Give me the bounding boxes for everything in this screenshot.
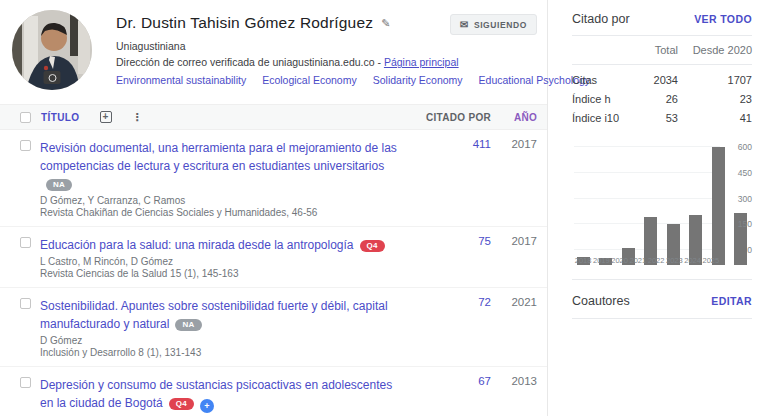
cited-by-header: Citado por VER TODO	[572, 12, 752, 36]
plus-badge[interactable]: +	[200, 399, 214, 413]
row-checkbox[interactable]	[20, 140, 31, 151]
avatar[interactable]	[12, 10, 92, 90]
article-title-link[interactable]: Educación para la salud: una mirada desd…	[40, 238, 354, 252]
article-row: Educación para la salud: una mirada desd…	[0, 227, 547, 288]
edit-name-icon[interactable]	[381, 17, 390, 30]
stat-row: Índice i105341	[572, 108, 752, 127]
bar-cell	[640, 143, 663, 265]
article-year: 2013	[491, 375, 547, 416]
row-checkbox[interactable]	[20, 237, 31, 248]
stat-since-value: 23	[678, 93, 752, 105]
interest-link[interactable]: Ecological Economy	[262, 74, 357, 86]
cited-by-count-link[interactable]: 411	[473, 138, 491, 150]
cited-by-count-cell: 67	[421, 375, 491, 416]
x-axis-tick-label: 2018	[574, 256, 592, 265]
cited-by-title: Citado por	[572, 12, 630, 26]
interest-link[interactable]: Solidarity Economy	[373, 74, 463, 86]
bar-cell	[617, 143, 640, 265]
cited-by-count-link[interactable]: 75	[478, 235, 491, 247]
x-axis-tick-label: 2024	[684, 256, 702, 265]
verified-email-line: Dirección de correo verificada de uniagu…	[116, 56, 539, 68]
article-info: Educación para la salud: una mirada desd…	[40, 235, 421, 280]
x-axis-tick-label: 2023	[665, 256, 683, 265]
affiliation: Uniagustiniana	[116, 40, 539, 52]
x-axis-tick-label: 2020	[611, 256, 629, 265]
article-title-line: Sostenibilidad. Apuntes sobre sostenibil…	[40, 296, 407, 332]
article-title-line: Depresión y consumo de sustancias psicoa…	[40, 375, 407, 413]
article-title-link[interactable]: Sostenibilidad. Apuntes sobre sostenibil…	[40, 299, 388, 331]
coauthors-edit-link[interactable]: EDITAR	[711, 295, 752, 307]
article-year: 2017	[491, 138, 547, 219]
article-year: 2021	[491, 296, 547, 359]
citations-chart: 0150300450600 20182019202020212022202320…	[572, 143, 752, 265]
camera-icon[interactable]	[44, 71, 61, 84]
articles-table: TÍTULO CITADO POR AÑO Revisión documenta…	[0, 104, 547, 416]
scholar-profile-page: Dr. Dustin Tahisin Gómez Rodríguez SIGUI…	[0, 0, 768, 416]
x-axis-tick-label: 2025	[702, 256, 720, 265]
x-axis-tick-label: 2019	[592, 256, 610, 265]
article-title-link[interactable]: Depresión y consumo de sustancias psicoa…	[40, 378, 392, 410]
article-row: Sostenibilidad. Apuntes sobre sostenibil…	[0, 288, 547, 367]
page-title: Dr. Dustin Tahisin Gómez Rodríguez	[116, 14, 373, 32]
q4-badge[interactable]: Q4	[169, 398, 194, 410]
article-info: Sostenibilidad. Apuntes sobre sostenibil…	[40, 296, 421, 359]
cited-by-count-cell: 75	[421, 235, 491, 280]
view-all-link[interactable]: VER TODO	[694, 13, 752, 25]
cited-by-count-link[interactable]: 67	[478, 375, 491, 387]
cited-by-count-link[interactable]: 72	[478, 296, 491, 308]
stats-rows: Citas20341707Índice h2623Índice i105341	[572, 65, 752, 127]
stat-row: Citas20341707	[572, 70, 752, 89]
y-axis-tick-label: 600	[724, 142, 752, 152]
cited-by-count-cell: 411	[421, 138, 491, 219]
y-axis-tick-label: 300	[724, 194, 752, 204]
stats-header-total: Total	[626, 44, 678, 56]
interests-list: Environmental sustainabilityEcological E…	[116, 74, 539, 86]
column-header-title[interactable]: TÍTULO	[41, 112, 80, 123]
row-checkbox[interactable]	[20, 377, 31, 388]
stat-row: Índice h2623	[572, 89, 752, 108]
coauthors-section: Coautores EDITAR	[572, 279, 752, 319]
coauthors-title: Coautores	[572, 294, 630, 308]
coauthors-header: Coautores EDITAR	[572, 280, 752, 319]
bar-cell	[572, 143, 595, 265]
na-badge[interactable]: NA	[175, 319, 201, 331]
article-info: Depresión y consumo de sustancias psicoa…	[40, 375, 421, 416]
name-row: Dr. Dustin Tahisin Gómez Rodríguez SIGUI…	[116, 14, 539, 35]
article-venue: Revista Chakiñan de Ciencias Sociales y …	[40, 207, 407, 219]
article-title-link[interactable]: Revisión documental, una herramienta par…	[40, 141, 397, 173]
add-articles-icon[interactable]	[100, 111, 112, 123]
article-title-line: Revisión documental, una herramienta par…	[40, 138, 407, 192]
stat-since-value: 1707	[678, 74, 752, 86]
follow-label: SIGUIENDO	[474, 20, 527, 30]
stat-since-value: 41	[678, 112, 752, 124]
article-venue: Inclusión y Desarrollo 8 (1), 131-143	[40, 347, 407, 359]
stat-label: Índice i10	[572, 112, 626, 124]
column-header-year[interactable]: AÑO	[491, 112, 547, 123]
y-axis-tick-label: 450	[724, 168, 752, 178]
na-badge[interactable]: NA	[46, 179, 72, 191]
citation-bar-2024[interactable]	[712, 147, 725, 265]
article-title-line: Educación para la salud: una mirada desd…	[40, 235, 407, 253]
article-authors: D Gómez, Y Carranza, C Ramos	[40, 195, 407, 207]
verified-email-text: Dirección de correo verificada de uniagu…	[116, 56, 384, 68]
homepage-link[interactable]: Página principal	[384, 56, 459, 68]
following-button[interactable]: SIGUIENDO	[450, 14, 537, 35]
article-info: Revisión documental, una herramienta par…	[40, 138, 421, 219]
follow-email-icon	[460, 19, 469, 30]
q4-badge[interactable]: Q4	[360, 240, 385, 252]
stats-header-since: Desde 2020	[678, 44, 752, 56]
articles-table-header: TÍTULO CITADO POR AÑO	[0, 104, 547, 130]
bar-cell	[595, 143, 618, 265]
select-all-checkbox[interactable]	[20, 112, 31, 123]
article-row: Revisión documental, una herramienta par…	[0, 130, 547, 227]
stat-label: Índice h	[572, 93, 626, 105]
more-options-icon[interactable]	[132, 111, 143, 124]
column-header-cited-by[interactable]: CITADO POR	[421, 112, 491, 123]
stat-total-value: 53	[626, 112, 678, 124]
interest-link[interactable]: Environmental sustainability	[116, 74, 246, 86]
profile-header: Dr. Dustin Tahisin Gómez Rodríguez SIGUI…	[0, 8, 547, 90]
cited-by-count-cell: 72	[421, 296, 491, 359]
x-axis-tick-label: 2022	[647, 256, 665, 265]
profile-main-column: Dr. Dustin Tahisin Gómez Rodríguez SIGUI…	[0, 0, 548, 416]
row-checkbox[interactable]	[20, 298, 31, 309]
